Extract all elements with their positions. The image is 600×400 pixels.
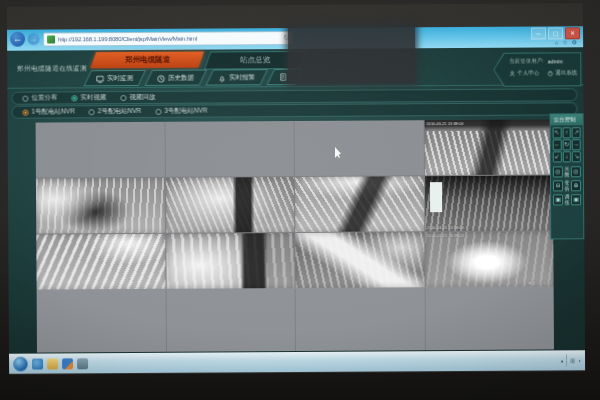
nvr-select-bar: 1号配电站NVR 2号配电站NVR 3号配电站NVR: [11, 102, 577, 118]
camera-tile-video[interactable]: 2016-03-21 13:38:04 隧道 (二号口): [425, 231, 554, 287]
option-label: 3号配电站NVR: [164, 107, 207, 116]
radio-icon: [22, 95, 28, 101]
arrow-left-icon: ←: [554, 141, 560, 147]
start-button[interactable]: [13, 356, 28, 371]
ptz-panel-title: 云台控制: [551, 114, 583, 125]
tray-network-icon[interactable]: ▥: [570, 357, 575, 363]
arrow-down-right-icon: ↘: [574, 153, 579, 159]
camera-timestamp: 2016-03-21 13:38:04: [427, 225, 464, 230]
view-mode-playback[interactable]: 视频回放: [120, 93, 155, 102]
minimize-button[interactable]: ─: [531, 27, 546, 39]
zoom-out-button[interactable]: ⊖: [553, 180, 563, 191]
focus-label: 调焦: [564, 193, 570, 205]
option-label: 视频回放: [129, 93, 155, 102]
radio-selected-icon: [71, 95, 77, 101]
back-button[interactable]: ←: [10, 32, 25, 47]
focus-near-button[interactable]: ▣: [553, 194, 563, 205]
logout-link[interactable]: 退出系统: [547, 69, 577, 76]
ptz-down-right-button[interactable]: ↘: [572, 151, 581, 162]
camera-tile-video[interactable]: 2016-03-21 13:38:04: [424, 119, 553, 175]
url-text: http://192.168.1.199:8080/Client/jsp/Mai…: [58, 36, 197, 43]
camera-timestamp: 2016-03-21 13:38:04: [427, 233, 464, 238]
app-icon[interactable]: [77, 358, 88, 369]
menu-item-history-data[interactable]: 历史数据: [144, 70, 207, 86]
nvr-option-1[interactable]: 1号配电站NVR: [22, 107, 74, 116]
camera-tile-empty[interactable]: [36, 122, 165, 178]
media-player-icon[interactable]: [62, 358, 73, 369]
settings-gear-icon[interactable]: ⚙: [572, 38, 577, 46]
ptz-up-left-button[interactable]: ↖: [553, 127, 562, 138]
tray-divider: [566, 354, 567, 366]
zoom-in-button[interactable]: ⊕: [571, 180, 581, 191]
tab-cable-tunnel[interactable]: 郑州电缆隧道: [90, 52, 204, 69]
page-title: 郑州电缆隧道在线监测: [17, 64, 87, 73]
menu-item-realtime-alarm[interactable]: 实时报警: [205, 69, 268, 85]
camera-tile-video[interactable]: [166, 233, 295, 289]
internet-explorer-icon[interactable]: [32, 358, 43, 369]
monitor-screen: ← ← http://192.168.1.199:8080/Client/jsp…: [7, 3, 585, 375]
view-mode-live-video[interactable]: 实时视频: [71, 93, 106, 102]
person-icon: [509, 70, 515, 76]
windows-taskbar: ▴ ▥ ◖: [9, 350, 585, 374]
forward-button[interactable]: ←: [28, 33, 40, 45]
camera-tile-video[interactable]: [165, 177, 294, 233]
user-actions-row: 个人中心 退出系统: [509, 69, 577, 76]
alarm-bell-icon: [218, 73, 226, 81]
close-icon: ✕: [570, 30, 575, 36]
iris-plus-button[interactable]: ◎: [571, 166, 581, 177]
iris-minus-button[interactable]: ◎: [553, 166, 563, 177]
login-user-row: 当前登录用户: admin: [509, 57, 563, 64]
monitoring-page: 郑州电缆隧道在线监测 郑州电缆隧道 站点总览 实时监测 历史数据: [7, 47, 585, 354]
menu-label: 实时报警: [229, 73, 255, 82]
nvr-option-2[interactable]: 2号配电站NVR: [89, 107, 141, 116]
camera-tile-video[interactable]: [36, 178, 165, 234]
power-icon: [547, 70, 553, 76]
menu-item-realtime-monitor[interactable]: 实时监测: [83, 70, 146, 86]
profile-link[interactable]: 个人中心: [509, 70, 539, 77]
favorites-icon[interactable]: ☆: [562, 38, 567, 46]
camera-tile-empty[interactable]: [165, 121, 294, 177]
camera-tile-video[interactable]: [295, 232, 424, 288]
zoom-out-icon: ⊖: [555, 182, 560, 188]
ptz-left-button[interactable]: ←: [553, 139, 562, 150]
camera-tile-video[interactable]: [295, 176, 424, 232]
zoom-label: 变倍: [564, 179, 570, 191]
focus-far-button[interactable]: ▣: [571, 194, 581, 205]
zoom-in-icon: ⊕: [573, 182, 578, 188]
tray-arrow-icon[interactable]: ▴: [561, 357, 564, 363]
tray-volume-icon[interactable]: ◖: [578, 357, 581, 363]
url-input[interactable]: http://192.168.1.199:8080/Client/jsp/Mai…: [43, 31, 293, 47]
camera-tile-video[interactable]: 2016-03-21 13:38:04: [424, 175, 553, 231]
grid-divider: [166, 290, 167, 352]
zoom-control-row: ⊖ 变倍 ⊕: [551, 178, 583, 192]
camera-tile-video[interactable]: [36, 234, 165, 290]
arrow-right-icon: →: [573, 141, 579, 147]
menu-label: 实时监测: [107, 73, 133, 82]
login-user-label: 当前登录用户:: [509, 57, 544, 64]
ptz-up-button[interactable]: ↑: [562, 127, 571, 138]
home-icon[interactable]: ⌂: [555, 38, 559, 46]
ptz-auto-button[interactable]: ↻: [562, 139, 571, 150]
grid-divider: [295, 289, 296, 351]
focus-control-row: ▣ 调焦 ▣: [551, 192, 583, 206]
ptz-up-right-button[interactable]: ↗: [572, 127, 581, 138]
folder-icon[interactable]: [47, 358, 58, 369]
ptz-right-button[interactable]: →: [572, 139, 581, 150]
view-mode-location[interactable]: 位置分布: [22, 93, 57, 102]
radio-selected-icon: [23, 109, 29, 115]
overexposed-patch: [430, 182, 443, 212]
focus-icon: ▣: [555, 196, 561, 202]
system-tray[interactable]: ▴ ▥ ◖: [561, 354, 581, 366]
forward-icon: ←: [30, 35, 37, 43]
arrow-up-icon: ↑: [565, 129, 568, 135]
camera-tile-empty[interactable]: [295, 120, 424, 176]
iris-icon: ◎: [555, 168, 560, 174]
arrow-down-icon: ↓: [565, 153, 568, 159]
nvr-option-3[interactable]: 3号配电站NVR: [155, 107, 207, 116]
camera-label: 隧道 (二号口): [528, 280, 552, 285]
username: admin: [548, 58, 563, 64]
ptz-down-button[interactable]: ↓: [562, 151, 571, 162]
arrow-up-left-icon: ↖: [554, 129, 559, 135]
ptz-down-left-button[interactable]: ↙: [553, 151, 562, 162]
ptz-panel: 云台控制 ↖ ↑ ↗ ← ↻ → ↙ ↓ ↘ ◎ 光圈 ◎ ⊖ 变倍 ⊕: [550, 113, 585, 239]
